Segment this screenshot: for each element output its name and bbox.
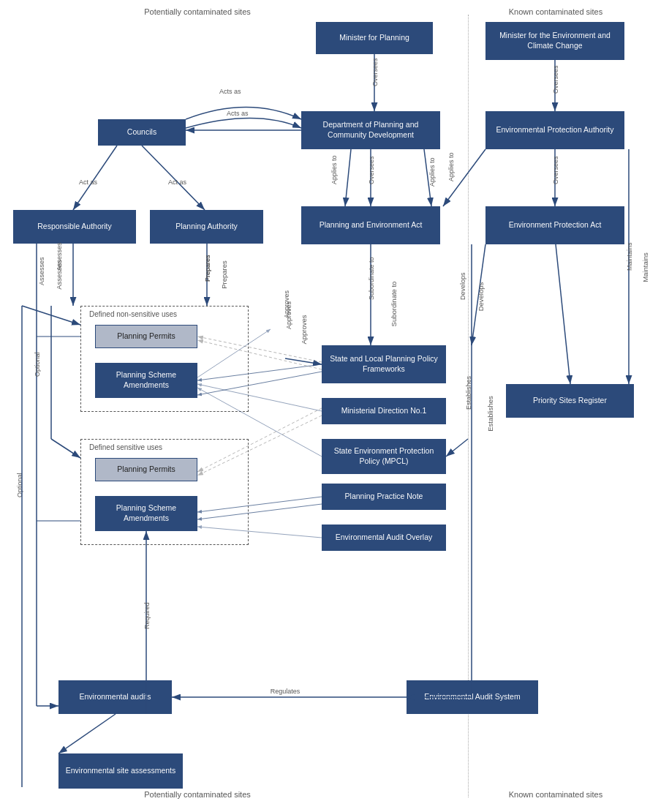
- section-label-bottom-left: Potentially contaminated sites: [88, 790, 307, 799]
- councils-box: Councils: [98, 119, 186, 146]
- minister-planning-box: Minister for Planning: [316, 22, 433, 54]
- prepares-label: Prepares: [220, 260, 228, 289]
- svg-text:Assesses: Assesses: [38, 257, 45, 285]
- svg-line-22: [443, 149, 485, 206]
- subordinate-to-label: Subordinate to: [390, 282, 398, 327]
- dept-planning-box: Department of Planning and Community Dev…: [301, 111, 440, 149]
- svg-text:Oversees: Oversees: [371, 58, 379, 86]
- priority-sites-register-box: Priority Sites Register: [506, 384, 634, 418]
- svg-text:Act as: Act as: [168, 178, 187, 186]
- planning-permits-1-box: Planning Permits: [95, 325, 197, 348]
- svg-line-63: [58, 714, 116, 753]
- establishes-label: Establishes: [486, 396, 494, 432]
- env-audit-overlay-box: Environmental Audit Overlay: [322, 525, 446, 551]
- svg-line-28: [285, 358, 322, 364]
- section-label-top-right: Known contaminated sites: [475, 7, 636, 16]
- env-protection-authority-box: Environmental Protection Authority: [485, 111, 624, 149]
- responsible-authority-box: Responsible Authority: [13, 210, 136, 244]
- environmental-audits-box: Environmental audits: [58, 680, 172, 714]
- non-sensitive-label: Defined non-sensitive uses: [89, 310, 177, 318]
- svg-line-12: [142, 146, 205, 210]
- sensitive-label: Defined sensitive uses: [89, 443, 162, 451]
- ministerial-direction-box: Ministerial Direction No.1: [322, 398, 446, 424]
- svg-line-58: [22, 306, 80, 325]
- svg-text:Regulates: Regulates: [271, 688, 301, 695]
- svg-text:Acts as: Acts as: [227, 110, 249, 117]
- svg-text:Prepares: Prepares: [204, 255, 211, 282]
- diagram-container: Potentially contaminated sites Known con…: [0, 0, 650, 812]
- svg-text:Oversees: Oversees: [552, 65, 559, 94]
- maintains-label: Maintains: [641, 252, 649, 282]
- svg-text:Applies to: Applies to: [330, 155, 338, 184]
- svg-text:Required: Required: [143, 602, 151, 629]
- svg-line-34: [556, 244, 570, 384]
- svg-line-37: [446, 439, 468, 456]
- planning-scheme-amendments-2-box: Planning Scheme Amendments: [95, 496, 197, 531]
- develops-label: Develops: [477, 282, 485, 312]
- planning-authority-box: Planning Authority: [150, 210, 263, 244]
- svg-text:Applies to: Applies to: [428, 157, 436, 187]
- svg-line-18: [424, 149, 431, 206]
- planning-scheme-amendments-1-box: Planning Scheme Amendments: [95, 363, 197, 398]
- svg-line-55: [51, 439, 80, 458]
- svg-text:Approves: Approves: [285, 301, 292, 329]
- svg-text:Act as: Act as: [79, 178, 98, 186]
- state-local-box: State and Local Planning Policy Framewor…: [322, 345, 446, 383]
- svg-text:Acts as: Acts as: [219, 88, 241, 95]
- svg-text:Oversees: Oversees: [368, 156, 375, 184]
- sepp-box: State Environment Protection Policy (MPC…: [322, 439, 446, 474]
- section-label-top-left: Potentially contaminated sites: [88, 7, 307, 16]
- minister-env-box: Minister for the Environment and Climate…: [485, 22, 624, 60]
- svg-text:Subordinate to: Subordinate to: [368, 257, 375, 300]
- svg-text:Maintains: Maintains: [626, 242, 633, 271]
- env-audit-system-box: Environmental Audit System: [407, 680, 538, 714]
- svg-text:Prepares: Prepares: [204, 255, 211, 282]
- svg-text:Approves: Approves: [283, 290, 290, 318]
- svg-text:Optional: Optional: [34, 352, 41, 377]
- env-protection-act-box: Environment Protection Act: [485, 206, 624, 244]
- planning-practice-note-box: Planning Practice Note: [322, 484, 446, 510]
- assesses-label: Assesses: [55, 260, 63, 290]
- env-site-assessments-box: Environmental site assessments: [58, 753, 183, 789]
- section-label-bottom-right: Known contaminated sites: [475, 790, 636, 799]
- svg-text:Establishes: Establishes: [465, 375, 472, 410]
- approves-label: Approves: [300, 315, 308, 344]
- svg-text:Develops: Develops: [459, 272, 466, 300]
- svg-text:Oversees: Oversees: [552, 156, 559, 184]
- svg-text:Optional: Optional: [16, 473, 23, 497]
- svg-line-10: [73, 146, 117, 210]
- planning-env-act-box: Planning and Environment Act: [301, 206, 440, 244]
- svg-text:Applies to: Applies to: [447, 152, 455, 181]
- planning-permits-2-box: Planning Permits: [95, 458, 197, 481]
- svg-line-16: [345, 149, 351, 206]
